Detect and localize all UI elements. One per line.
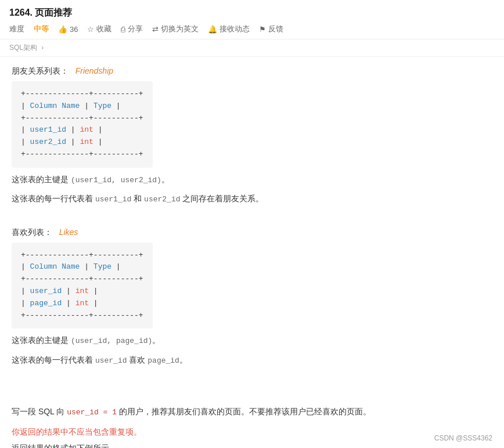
friendship-row2: | user2_id | int | bbox=[21, 136, 143, 149]
thumbs-up-icon: 👍 bbox=[58, 25, 67, 34]
likes-label-text: 喜欢列表： bbox=[12, 227, 52, 237]
likes-table-block: +--------------+----------+ | Column Nam… bbox=[12, 243, 153, 329]
friendship-divider-bot: +--------------+----------+ bbox=[21, 149, 143, 161]
translate-icon: ⇄ bbox=[152, 25, 159, 34]
likes-divider-mid: +--------------+----------+ bbox=[21, 273, 143, 286]
question-text-3: 返回结果的格式如下例所示。 bbox=[12, 440, 492, 448]
difficulty-label: 难度 bbox=[9, 24, 24, 34]
gap3 bbox=[12, 388, 492, 398]
like-count: 36 bbox=[70, 25, 78, 34]
share-button[interactable]: ⎙ 分享 bbox=[121, 24, 143, 34]
likes-header: | Column Name | Type | bbox=[21, 261, 143, 273]
feedback-icon: ⚑ bbox=[259, 25, 266, 34]
share-icon: ⎙ bbox=[121, 25, 125, 34]
problem-title: 1264. 页面推荐 bbox=[9, 7, 495, 19]
friendship-section: 朋友关系列表： Friendship +--------------+-----… bbox=[12, 66, 492, 207]
footer-brand: CSDN @SSS4362 bbox=[434, 434, 492, 442]
likes-table-name: Likes bbox=[59, 227, 78, 237]
friendship-label: 朋友关系列表： Friendship bbox=[12, 66, 492, 77]
question-section: 写一段 SQL 向 user_id = 1 的用户，推荐其朋友们喜欢的页面。不要… bbox=[12, 403, 492, 448]
meta-bar: 难度 中等 👍 36 ☆ 收藏 ⎙ 分享 ⇄ 切换为英文 🔔 接收动态 ⚑ 反馈 bbox=[9, 24, 495, 34]
collect-button[interactable]: ☆ 收藏 bbox=[87, 24, 111, 34]
likes-section: 喜欢列表： Likes +--------------+----------+ … bbox=[12, 227, 492, 368]
friendship-header: | Column Name | Type | bbox=[21, 100, 143, 113]
friendship-divider-mid: +--------------+----------+ bbox=[21, 113, 143, 125]
bell-icon: 🔔 bbox=[208, 25, 217, 34]
breadcrumb-separator: › bbox=[41, 44, 44, 52]
likes-divider-bot: +--------------+----------+ bbox=[21, 310, 143, 322]
breadcrumb-link[interactable]: SQL架构 bbox=[9, 44, 37, 52]
likes-desc1: 这张表的主键是 (user_id, page_id)。 bbox=[12, 333, 492, 348]
content-area: 朋友关系列表： Friendship +--------------+-----… bbox=[0, 57, 504, 448]
likes-divider-top: +--------------+----------+ bbox=[21, 250, 143, 262]
question-text-2: 你返回的结果中不应当包含重复项。 bbox=[12, 424, 492, 440]
friendship-table-block: +--------------+----------+ | Column Nam… bbox=[12, 81, 153, 168]
friendship-desc1: 这张表的主键是 (user1_id, user2_id)。 bbox=[12, 172, 492, 187]
friendship-divider-top: +--------------+----------+ bbox=[21, 88, 143, 100]
feedback-button[interactable]: ⚑ 反馈 bbox=[259, 24, 283, 34]
likes-desc2: 这张表的每一行代表着 user_id 喜欢 page_id。 bbox=[12, 353, 492, 367]
question-text-1: 写一段 SQL 向 user_id = 1 的用户，推荐其朋友们喜欢的页面。不要… bbox=[12, 403, 492, 420]
friendship-row1: | user1_id | int | bbox=[21, 124, 143, 136]
brand-text: CSDN @SSS4362 bbox=[434, 434, 492, 442]
difficulty-value: 中等 bbox=[34, 24, 49, 34]
star-icon: ☆ bbox=[87, 25, 94, 34]
collect-label: 收藏 bbox=[96, 24, 111, 34]
problem-header: 1264. 页面推荐 难度 中等 👍 36 ☆ 收藏 ⎙ 分享 ⇄ 切换为英文 … bbox=[0, 0, 504, 39]
likes-label: 喜欢列表： Likes bbox=[12, 227, 492, 238]
friendship-label-text: 朋友关系列表： bbox=[12, 66, 69, 75]
likes-row2: | page_id | int | bbox=[21, 298, 143, 310]
breadcrumb: SQL架构 › bbox=[0, 39, 504, 57]
likes-row1: | user_id | int | bbox=[21, 286, 143, 298]
feedback-label: 反馈 bbox=[268, 24, 283, 34]
gap2 bbox=[12, 379, 492, 388]
friendship-desc2: 这张表的每一行代表着 user1_id 和 user2_id 之间存在着朋友关系… bbox=[12, 192, 492, 206]
friendship-table-name: Friendship bbox=[75, 66, 113, 75]
share-label: 分享 bbox=[128, 24, 143, 34]
translate-label: 切换为英文 bbox=[161, 24, 199, 34]
translate-button[interactable]: ⇄ 切换为英文 bbox=[152, 24, 199, 34]
subscribe-label: 接收动态 bbox=[219, 24, 250, 34]
like-button[interactable]: 👍 36 bbox=[58, 25, 78, 34]
subscribe-button[interactable]: 🔔 接收动态 bbox=[208, 24, 250, 34]
gap1 bbox=[12, 218, 492, 227]
